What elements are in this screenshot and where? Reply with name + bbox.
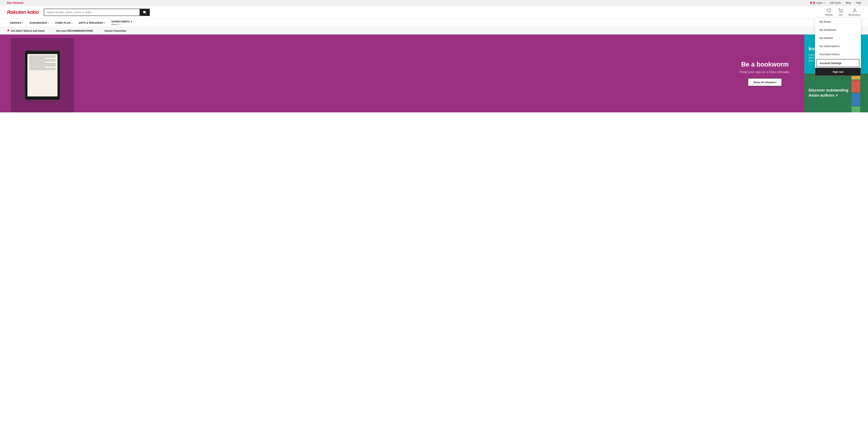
promo-bar: ⚑ Get DAILY DEALS and more! | See your R…: [0, 27, 868, 34]
book-cover: [851, 80, 860, 92]
discover-content: Discover outstanding Asian authors >: [809, 88, 849, 98]
ereader-text-line: [29, 69, 56, 70]
search-button[interactable]: [140, 9, 150, 16]
gift-cards-link[interactable]: Gift Cards: [830, 1, 841, 4]
account-dropdown: My Books My Notebooks My Wishlist My Sub…: [815, 18, 861, 76]
ereader-text-line: [29, 68, 56, 69]
ereader-text-line: [29, 58, 45, 59]
svg-point-7: [842, 12, 842, 12]
shop-all-ereaders-button[interactable]: Shop All eReaders: [748, 78, 782, 86]
hero-title: Be a bookworm: [740, 61, 790, 68]
nav-kobo-plus[interactable]: Kobo Plus ▾: [52, 19, 75, 27]
dropdown-my-books[interactable]: My Books: [815, 18, 861, 26]
ereader-device: [25, 51, 60, 100]
heart-icon: [827, 8, 831, 13]
ereader-text-line: [29, 61, 56, 61]
account-wrapper: My Account ▴ My Books My Notebooks My Wi…: [848, 8, 861, 16]
account-chevron-icon: ▴: [860, 14, 861, 16]
ereader-text-line: [29, 66, 56, 66]
chevron-down-icon: ▾: [131, 20, 132, 23]
account-label: My Account ▴: [848, 13, 861, 16]
nav-bar: eBooks ▾ Audiobooks ▾ Kobo Plus ▾ Apps &…: [0, 19, 868, 27]
book-covers: [851, 74, 864, 112]
ereader-text-line: [29, 62, 45, 62]
dropdown-sign-out[interactable]: Sign out: [815, 68, 861, 76]
my-account-button[interactable]: My Account ▴: [848, 8, 861, 16]
nav-ebooks[interactable]: eBooks ▾: [7, 19, 26, 27]
ereader-text-line: [29, 67, 45, 67]
earn-rewards-text[interactable]: Earn Rewards: [7, 1, 24, 4]
earn-rewards-link[interactable]: Earn Rewards: [7, 1, 24, 4]
ereader-text-line: [29, 56, 56, 56]
cart-label: Cart: [839, 13, 843, 16]
logo-link[interactable]: Rakuten kobo: [7, 9, 39, 15]
book-cover: [851, 93, 860, 106]
cart-button[interactable]: Cart: [838, 8, 843, 16]
nav-super-points[interactable]: Super Points ▾ Balance: 0: [108, 19, 135, 27]
dropdown-my-wishlist[interactable]: My Wishlist: [815, 34, 861, 42]
cart-icon: [838, 8, 843, 13]
search-bar: [44, 9, 150, 16]
chevron-down-icon: ▾: [71, 22, 72, 24]
ereader-screen: [27, 54, 58, 96]
hero-main: Be a bookworm Read your way on a Kobo eR…: [0, 34, 804, 112]
search-input[interactable]: [44, 9, 140, 16]
blog-link[interactable]: Blog: [846, 1, 851, 4]
header-right: Wishlist Cart My Account ▴: [825, 8, 861, 16]
ereader-text-line: [29, 64, 56, 65]
language-selector[interactable]: English ▾: [810, 1, 825, 4]
nav-apps-ereaders[interactable]: Apps & eReaders ▾: [75, 19, 108, 27]
language-label: English: [815, 2, 823, 4]
dropdown-account-settings[interactable]: Account Settings: [816, 59, 859, 67]
dropdown-my-notebooks[interactable]: My Notebooks: [815, 26, 861, 34]
wishlist-label: Wishlist: [825, 13, 833, 16]
hero-side-bottom-discover[interactable]: Discover outstanding Asian authors >: [804, 74, 868, 112]
promo-classic-favourites[interactable]: Classic Favourites: [99, 29, 132, 32]
svg-point-8: [854, 9, 856, 10]
user-icon: [852, 8, 857, 13]
hero-content: Be a bookworm Read your way on a Kobo eR…: [740, 61, 790, 86]
canada-flag-icon: [810, 1, 814, 4]
logo-text: Rakuten kobo: [7, 9, 39, 15]
chevron-down-icon: ▾: [824, 2, 825, 4]
chevron-down-icon: ▾: [48, 22, 49, 24]
top-bar-right: English ▾ Gift Cards Blog Help: [810, 1, 861, 4]
promo-daily-deals[interactable]: ⚑ Get DAILY DEALS and more!: [7, 29, 50, 32]
chevron-down-icon: ▾: [22, 22, 23, 24]
book-cover: [851, 106, 860, 112]
svg-rect-2: [813, 1, 814, 4]
svg-point-6: [840, 12, 840, 12]
nav-audiobooks[interactable]: Audiobooks ▾: [26, 19, 52, 27]
search-icon: [143, 10, 146, 14]
discover-title: Discover outstanding Asian authors >: [809, 88, 849, 98]
help-link[interactable]: Help: [856, 1, 861, 4]
flag-promo-icon: ⚑: [7, 29, 9, 32]
dropdown-purchase-history[interactable]: Purchase History: [815, 50, 861, 58]
promo-recommendations[interactable]: See your RECOMMENDATIONS: [51, 29, 98, 32]
ereader-text-line: [29, 63, 56, 64]
ereader-text-line: [29, 57, 56, 58]
svg-rect-1: [810, 1, 812, 4]
hero-subtitle: Read your way on a Kobo eReader.: [740, 70, 790, 74]
svg-line-5: [145, 13, 146, 13]
chevron-down-icon: ▾: [104, 22, 105, 24]
hero-area: Be a bookworm Read your way on a Kobo eR…: [0, 34, 868, 112]
ereader-text-line: [29, 59, 56, 60]
wishlist-button[interactable]: Wishlist: [825, 8, 833, 16]
dropdown-my-subscriptions[interactable]: My Subscriptions: [815, 42, 861, 50]
super-points-balance: Balance: 0: [111, 23, 132, 26]
top-bar: Earn Rewards English ▾ Gift Cards Blog H…: [0, 0, 868, 6]
hero-ereader-image: [10, 38, 74, 112]
main-header: Rakuten kobo Wishlist C: [0, 6, 868, 19]
